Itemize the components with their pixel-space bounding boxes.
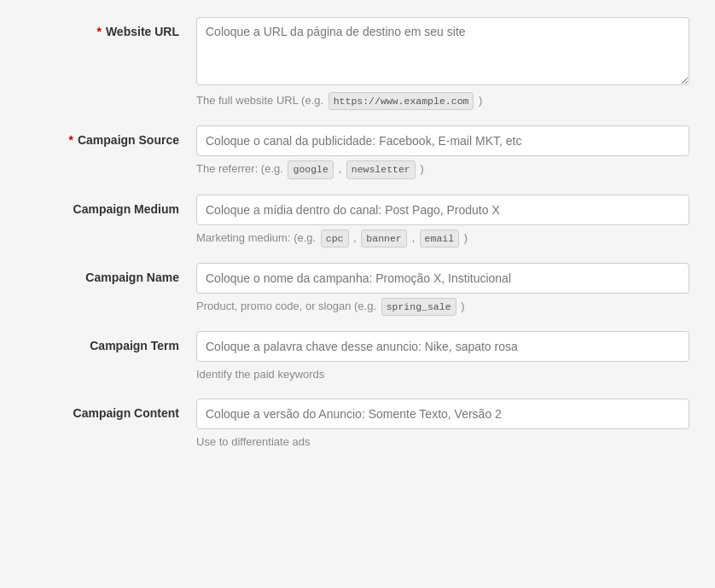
campaign-medium-row: Campaign Medium Marketing medium: (e.g. … <box>26 195 689 247</box>
campaign-source-label: *Campaign Source <box>26 125 196 149</box>
required-star-source: * <box>69 133 73 147</box>
campaign-medium-field-col: Marketing medium: (e.g. cpc , banner , e… <box>196 195 689 247</box>
required-star-website: * <box>96 25 101 38</box>
campaign-name-help: Product, promo code, or slogan (e.g. spr… <box>196 298 689 316</box>
medium-code-email: email <box>420 230 460 247</box>
source-code-newsletter: newsletter <box>346 160 416 178</box>
campaign-name-input[interactable] <box>196 263 689 294</box>
name-code-spring-sale: spring_sale <box>381 298 456 316</box>
campaign-name-row: Campaign Name Product, promo code, or sl… <box>26 263 689 316</box>
website-url-help: The full website URL (e.g. https://www.e… <box>196 92 689 110</box>
campaign-term-label: Campaign Term <box>26 331 196 355</box>
campaign-content-label: Campaign Content <box>26 399 196 422</box>
campaign-source-help: The referrer: (e.g. google , newsletter … <box>196 160 689 178</box>
medium-code-cpc: cpc <box>321 230 349 247</box>
campaign-content-input[interactable] <box>196 399 689 429</box>
campaign-content-field-col: Use to differentiate ads <box>196 399 689 451</box>
form-container: *Website URL The full website URL (e.g. … <box>0 0 715 482</box>
campaign-name-label: Campaign Name <box>26 263 196 287</box>
campaign-name-field-col: Product, promo code, or slogan (e.g. spr… <box>196 263 689 316</box>
campaign-term-field-col: Identify the paid keywords <box>196 331 689 383</box>
website-url-field-col: The full website URL (e.g. https://www.e… <box>196 17 689 110</box>
campaign-source-input[interactable] <box>196 125 689 156</box>
website-url-row: *Website URL The full website URL (e.g. … <box>26 17 689 110</box>
website-url-code-example: https://www.example.com <box>328 92 474 110</box>
campaign-content-row: Campaign Content Use to differentiate ad… <box>26 399 689 451</box>
campaign-term-input[interactable] <box>196 331 689 362</box>
campaign-term-help: Identify the paid keywords <box>196 366 689 383</box>
campaign-medium-label: Campaign Medium <box>26 195 196 218</box>
campaign-source-field-col: The referrer: (e.g. google , newsletter … <box>196 125 689 178</box>
website-url-input[interactable] <box>196 17 689 85</box>
campaign-content-help: Use to differentiate ads <box>196 434 689 451</box>
campaign-term-row: Campaign Term Identify the paid keywords <box>26 331 689 383</box>
medium-code-banner: banner <box>361 230 406 247</box>
campaign-source-row: *Campaign Source The referrer: (e.g. goo… <box>26 125 689 178</box>
website-url-label: *Website URL <box>26 17 196 41</box>
campaign-medium-help: Marketing medium: (e.g. cpc , banner , e… <box>196 230 689 247</box>
campaign-medium-input[interactable] <box>196 195 689 225</box>
source-code-google: google <box>288 160 333 178</box>
